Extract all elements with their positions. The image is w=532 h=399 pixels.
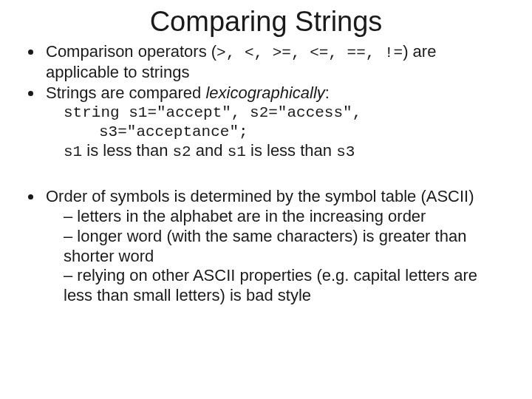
bullet-ascii-order: Order of symbols is determined by the sy…	[43, 187, 510, 306]
sub-bullet-alphabet-order: letters in the alphabet are in the incre…	[64, 207, 510, 227]
text: and	[191, 141, 228, 160]
sub-bullet-list: letters in the alphabet are in the incre…	[46, 207, 510, 306]
var-s1: s1	[228, 143, 246, 160]
code-line-2: s3="acceptance";	[46, 123, 510, 142]
comparison-sentence: s1 is less than s2 and s1 is less than s…	[46, 141, 510, 162]
operators-code: >, <, >=, <=, ==, !=	[216, 44, 403, 61]
bullet-lexicographic: Strings are compared lexicographically: …	[43, 83, 510, 162]
code-line-1: string s1="accept", s2="access",	[46, 103, 510, 123]
text: relying on other ASCII properties (e.g. …	[64, 266, 477, 304]
slide: Comparing Strings Comparison operators (…	[0, 0, 532, 399]
lexicographically-emph: lexicographically	[205, 83, 324, 102]
bullet-comparison-operators: Comparison operators (>, <, >=, <=, ==, …	[43, 42, 510, 82]
sub-bullet-longer-word: longer word (with the same characters) i…	[64, 227, 510, 267]
text: :	[325, 83, 330, 102]
var-s2: s2	[173, 143, 191, 160]
text: longer word (with the same characters) i…	[64, 227, 466, 265]
spacer	[22, 163, 510, 187]
text: is less than	[82, 141, 172, 160]
slide-title: Comparing Strings	[22, 6, 510, 38]
var-s3: s3	[336, 143, 355, 160]
text: Strings are compared	[46, 83, 205, 102]
text: letters in the alphabet are in the incre…	[77, 207, 426, 225]
text: is less than	[246, 141, 336, 160]
bullet-list-2: Order of symbols is determined by the sy…	[22, 187, 510, 306]
sub-bullet-bad-style: relying on other ASCII properties (e.g. …	[64, 266, 510, 306]
text: Order of symbols is determined by the sy…	[46, 187, 474, 205]
var-s1: s1	[64, 143, 82, 160]
text: Comparison operators (	[46, 42, 216, 61]
bullet-list: Comparison operators (>, <, >=, <=, ==, …	[22, 42, 510, 162]
